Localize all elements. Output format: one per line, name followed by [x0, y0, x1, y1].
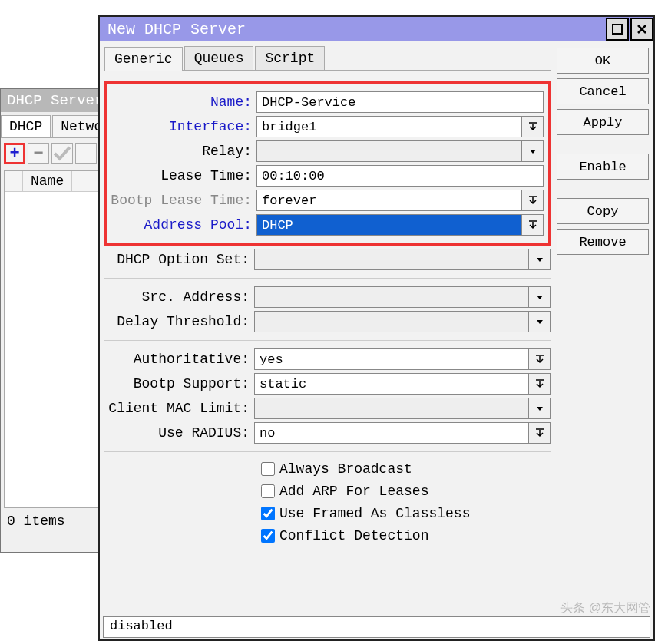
tab-generic[interactable]: Generic	[104, 47, 183, 71]
bootp-lease-time-dropdown[interactable]	[522, 190, 544, 211]
bootp-lease-time-label: Bootp Lease Time:	[107, 193, 256, 208]
framed-classless-row: Use Framed As Classless	[258, 504, 551, 523]
delay-threshold-input[interactable]	[254, 311, 529, 332]
src-address-label: Src. Address:	[104, 289, 254, 305]
dialog-statusbar: disabled	[103, 616, 650, 638]
bootp-lease-time-input[interactable]: forever	[256, 190, 522, 211]
remove-button[interactable]: −	[28, 143, 49, 164]
relay-dropdown[interactable]	[522, 140, 544, 162]
interface-dropdown[interactable]	[522, 116, 544, 137]
address-pool-label: Address Pool:	[107, 217, 256, 233]
dialog-title: New DHCP Server	[107, 21, 246, 38]
watermark: 头条 @东大网管	[560, 600, 650, 616]
conflict-detection-row: Conflict Detection	[258, 527, 551, 545]
tab-queues[interactable]: Queues	[184, 46, 254, 70]
dialog-buttons: OK Cancel Apply Enable Copy Remove	[557, 46, 649, 255]
always-broadcast-label: Always Broadcast	[279, 461, 412, 477]
highlighted-fields: Name: DHCP-Service Interface: bridge1 Re…	[104, 81, 551, 246]
delay-threshold-dropdown[interactable]	[529, 311, 551, 332]
authoritative-input[interactable]: yes	[254, 348, 529, 370]
dhcp-option-set-input[interactable]	[254, 249, 529, 270]
client-mac-limit-input[interactable]	[254, 398, 529, 419]
interface-label: Interface:	[107, 119, 256, 134]
copy-button[interactable]: Copy	[557, 198, 649, 224]
separator-3	[104, 451, 551, 452]
src-address-input[interactable]	[254, 286, 529, 308]
maximize-button[interactable]	[606, 18, 629, 41]
authoritative-dropdown[interactable]	[529, 348, 551, 370]
separator-2	[104, 340, 551, 341]
enable-button[interactable]: Enable	[557, 154, 649, 180]
dialog-tabs: Generic Queues Script	[104, 46, 551, 71]
add-arp-row: Add ARP For Leases	[258, 482, 551, 500]
bgwin-tab-dhcp[interactable]: DHCP	[1, 115, 51, 137]
use-radius-input[interactable]: no	[254, 422, 529, 444]
client-mac-limit-label: Client MAC Limit:	[104, 401, 254, 416]
tab-script[interactable]: Script	[255, 46, 325, 70]
lease-time-input[interactable]: 00:10:00	[256, 165, 544, 187]
lease-time-label: Lease Time:	[107, 168, 256, 183]
enable-button[interactable]	[51, 143, 73, 164]
client-mac-limit-dropdown[interactable]	[529, 398, 551, 419]
bootp-support-label: Bootp Support:	[104, 376, 254, 391]
form: Name: DHCP-Service Interface: bridge1 Re…	[104, 71, 551, 545]
separator-1	[104, 278, 551, 279]
relay-input[interactable]	[256, 140, 522, 162]
name-input[interactable]: DHCP-Service	[256, 91, 544, 113]
ok-button[interactable]: OK	[557, 48, 649, 74]
apply-button[interactable]: Apply	[557, 109, 649, 135]
address-pool-input[interactable]: DHCP	[256, 214, 522, 236]
add-arp-checkbox[interactable]	[261, 484, 275, 498]
cancel-button[interactable]: Cancel	[557, 78, 649, 104]
dhcp-option-set-label: DHCP Option Set:	[104, 252, 254, 267]
add-arp-label: Add ARP For Leases	[279, 484, 428, 499]
col-blank[interactable]	[5, 171, 23, 191]
col-name[interactable]: Name	[23, 171, 72, 191]
new-dhcp-server-dialog: New DHCP Server Generic Queues Script Na…	[98, 15, 655, 641]
remove-button[interactable]: Remove	[557, 229, 649, 255]
disable-button[interactable]	[75, 143, 97, 164]
close-button[interactable]	[630, 18, 653, 41]
interface-input[interactable]: bridge1	[256, 116, 522, 137]
delay-threshold-label: Delay Threshold:	[104, 314, 254, 329]
bootp-support-input[interactable]: static	[254, 373, 529, 395]
add-button[interactable]: +	[4, 143, 25, 164]
always-broadcast-row: Always Broadcast	[258, 460, 551, 478]
use-radius-dropdown[interactable]	[529, 422, 551, 444]
always-broadcast-checkbox[interactable]	[261, 462, 275, 476]
name-label: Name:	[107, 94, 256, 110]
conflict-detection-checkbox[interactable]	[261, 529, 275, 543]
framed-classless-checkbox[interactable]	[261, 507, 275, 520]
use-radius-label: Use RADIUS:	[104, 425, 254, 441]
dhcp-option-set-dropdown[interactable]	[529, 249, 551, 270]
conflict-detection-label: Conflict Detection	[279, 528, 428, 543]
svg-rect-0	[613, 25, 622, 34]
authoritative-label: Authoritative:	[104, 352, 254, 367]
src-address-dropdown[interactable]	[529, 286, 551, 308]
dialog-titlebar[interactable]: New DHCP Server	[100, 17, 653, 41]
framed-classless-label: Use Framed As Classless	[279, 506, 470, 521]
address-pool-dropdown[interactable]	[522, 214, 544, 236]
bootp-support-dropdown[interactable]	[529, 373, 551, 395]
relay-label: Relay:	[107, 144, 256, 159]
